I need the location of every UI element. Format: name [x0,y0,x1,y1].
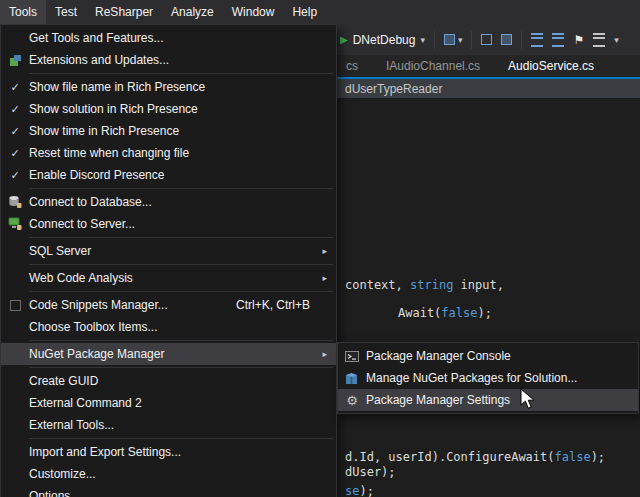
chevron-down-icon: ▾ [614,35,619,45]
check-icon: ✓ [1,125,29,137]
save-all-icon [501,34,512,45]
code-text: context, [345,278,410,292]
menu-item-label: Code Snippets Manager... [29,298,212,312]
menu-item-code-snippets-manager[interactable]: Code Snippets Manager...Ctrl+K, Ctrl+B [1,294,336,316]
menubar-item-resharper[interactable]: ReSharper [86,0,162,24]
decrease-indent-icon [531,33,543,47]
attach-debugger-icon [444,34,455,45]
increase-indent-icon [552,33,564,47]
toolbar-overflow-button[interactable]: ▾ [614,35,619,45]
manage-packages-icon [338,371,366,384]
menu-item-external-tools[interactable]: External Tools... [1,414,336,436]
menu-item-label: Customize... [29,467,310,481]
menu-item-nuget-package-manager[interactable]: NuGet Package Manager▸ [1,343,336,365]
menu-item-label: Show file name in Rich Presence [29,80,310,94]
menu-item-show-file-name-in-rich-presence[interactable]: ✓Show file name in Rich Presence [1,76,336,98]
snippets-icon [1,298,29,311]
server-icon [1,217,29,231]
open-file-icon [481,34,492,45]
menu-item-label: Get Tools and Features... [29,31,310,45]
menu-bar: Tools Test ReSharper Analyze Window Help [0,0,640,24]
save-all-button[interactable] [501,34,512,45]
tab-audioservice[interactable]: AudioService.cs [502,59,600,73]
code-text: ); [477,306,491,320]
chevron-down-icon: ▾ [458,35,463,45]
task-list-button[interactable] [593,33,605,47]
menu-item-label: Reset time when changing file [29,146,310,160]
menu-separator [29,367,333,368]
menu-item-enable-discord-presence[interactable]: ✓Enable Discord Presence [1,164,336,186]
menu-item-show-time-in-rich-presence[interactable]: ✓Show time in Rich Presence [1,120,336,142]
type-reader-dropdown[interactable]: dUserTypeReader [345,82,442,96]
code-text: ); [359,484,373,497]
code-line: Await(false); [398,306,492,320]
code-text: string [410,278,453,292]
code-text: ); [591,450,605,464]
code-text: Await( [398,306,441,320]
code-text: false [555,450,591,464]
menu-item-label: Package Manager Console [366,349,612,363]
play-icon: ▶ [340,34,348,45]
menu-item-web-code-analysis[interactable]: Web Code Analysis▸ [1,267,336,289]
menu-item-label: External Command 2 [29,396,310,410]
menu-item-get-tools-and-features[interactable]: Get Tools and Features... [1,27,336,49]
toolbar-separator [434,31,435,49]
menu-separator [29,340,333,341]
menu-separator [29,264,333,265]
visual-studio-window: context, string input,Await(false);d.Id,… [0,0,640,497]
toolbar-separator [471,31,472,49]
task-list-icon [593,33,605,47]
open-file-button[interactable] [481,34,492,45]
menu-item-external-command-2[interactable]: External Command 2 [1,392,336,414]
menu-item-label: Show solution in Rich Presence [29,102,310,116]
attach-debugger-button[interactable]: ▾ [444,34,463,45]
menu-item-reset-time-when-changing-file[interactable]: ✓Reset time when changing file [1,142,336,164]
menu-item-label: Connect to Database... [29,195,310,209]
menubar-item-window[interactable]: Window [223,0,284,24]
menu-separator [29,438,333,439]
code-text: d.Id, userId).ConfigureAwait( [345,450,555,464]
menu-item-label: Show time in Rich Presence [29,124,310,138]
menubar-item-test[interactable]: Test [46,0,86,24]
menu-item-connect-to-database[interactable]: Connect to Database... [1,191,336,213]
start-debugging-button[interactable]: ▶ DNetDebug ▾ [340,33,425,47]
menu-item-label: Enable Discord Presence [29,168,310,182]
bookmark-icon: ⚑ [573,33,584,47]
toolbar-content: ▶ DNetDebug ▾ ▾ ⚑ [340,24,619,55]
chevron-down-icon: ▾ [420,35,425,45]
menu-item-show-solution-in-rich-presence[interactable]: ✓Show solution in Rich Presence [1,98,336,120]
decrease-indent-button[interactable] [531,33,543,47]
submenu-arrow-icon: ▸ [322,349,327,359]
increase-indent-button[interactable] [552,33,564,47]
menu-item-manage-nuget-packages-for-solution[interactable]: Manage NuGet Packages for Solution... [338,367,638,389]
bookmark-button[interactable]: ⚑ [573,33,584,47]
menubar-item-analyze[interactable]: Analyze [162,0,223,24]
menubar-item-tools[interactable]: Tools [0,0,46,24]
tab-partial[interactable]: cs [340,59,364,73]
code-line: dUser); [345,465,396,479]
code-line: context, string input, [345,278,504,292]
menu-item-choose-toolbox-items[interactable]: Choose Toolbox Items... [1,316,336,338]
menu-item-customize[interactable]: Customize... [1,463,336,485]
submenu-arrow-icon: ▸ [322,273,327,283]
menu-item-sql-server[interactable]: SQL Server▸ [1,240,336,262]
menu-item-create-guid[interactable]: Create GUID [1,370,336,392]
tab-iaudiochannel[interactable]: IAudioChannel.cs [380,59,486,73]
menubar-item-help[interactable]: Help [283,0,326,24]
menu-item-label: Create GUID [29,374,310,388]
menu-item-connect-to-server[interactable]: Connect to Server... [1,213,336,235]
menu-item-package-manager-console[interactable]: Package Manager Console [338,345,638,367]
menu-separator [29,188,333,189]
check-icon: ✓ [1,103,29,115]
menu-item-import-and-export-settings[interactable]: Import and Export Settings... [1,441,336,463]
tools-menu: Get Tools and Features...Extensions and … [0,24,337,497]
menu-item-extensions-and-updates[interactable]: Extensions and Updates... [1,49,336,71]
menu-item-package-manager-settings[interactable]: ⚙Package Manager Settings [338,389,638,411]
code-line: d.Id, userId).ConfigureAwait(false); [345,450,605,464]
check-icon: ✓ [1,169,29,181]
menu-item-options[interactable]: Options... [1,485,336,497]
code-text: se [345,484,359,497]
menu-item-label: Manage NuGet Packages for Solution... [366,371,612,385]
menu-item-label: Connect to Server... [29,217,310,231]
database-icon [1,195,29,209]
